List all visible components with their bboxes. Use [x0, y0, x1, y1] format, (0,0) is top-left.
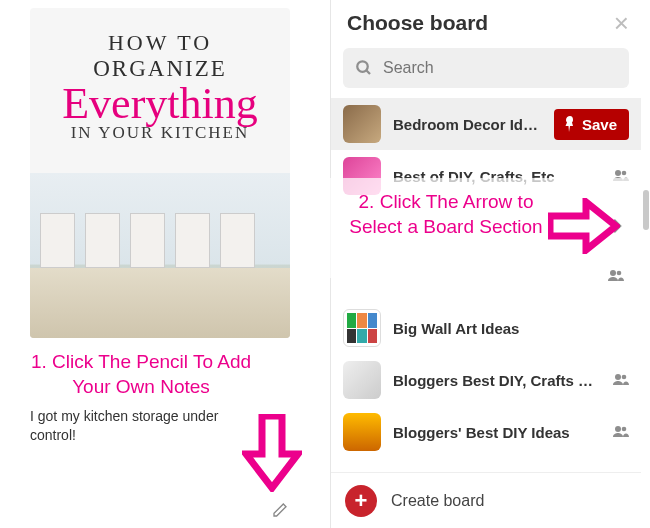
edit-note-button[interactable] [268, 498, 292, 522]
plus-icon: + [345, 485, 377, 517]
board-item[interactable]: Bloggers Best DIY, Crafts … [331, 354, 641, 406]
board-thumb [343, 105, 381, 143]
pin-icon [564, 116, 576, 132]
save-label: Save [582, 116, 617, 133]
group-icon [613, 168, 629, 184]
board-thumb [343, 309, 381, 347]
board-name: Best of DIY, Crafts, Etc [393, 168, 609, 185]
svg-point-4 [615, 374, 621, 380]
search-box[interactable] [343, 48, 629, 88]
scrollbar-thumb[interactable] [643, 190, 649, 230]
board-name: Bedroom Decor Id… [393, 116, 548, 133]
board-list[interactable]: Bedroom Decor Id… Save Best of DIY, Craf… [331, 98, 641, 472]
svg-point-0 [357, 61, 368, 72]
pin-graphic-text: HOW TO ORGANIZE Everything IN YOUR KITCH… [30, 8, 290, 143]
board-section-chevron[interactable] [612, 218, 622, 239]
svg-point-2 [615, 170, 621, 176]
group-icon [608, 268, 624, 284]
pin-photo [30, 173, 290, 338]
annotation-arrow-down [242, 414, 302, 492]
board-name: Bloggers Best DIY, Crafts … [393, 372, 609, 389]
svg-point-8 [610, 270, 616, 276]
panel-header: Choose board × [331, 0, 641, 44]
svg-point-3 [622, 171, 627, 176]
pin-image: HOW TO ORGANIZE Everything IN YOUR KITCH… [30, 8, 290, 338]
annotation-step-1: 1. Click The Pencil To Add Your Own Note… [30, 350, 300, 399]
pencil-icon [272, 502, 288, 518]
search-wrap [331, 44, 641, 98]
svg-line-1 [366, 70, 370, 74]
create-board-label: Create board [391, 492, 484, 510]
svg-point-7 [622, 427, 627, 432]
close-icon: × [614, 8, 629, 38]
choose-board-panel: Choose board × Bedroom Decor Id… Save [330, 0, 641, 528]
board-item[interactable]: Best of DIY, Crafts, Etc [331, 150, 641, 202]
board-thumb [343, 413, 381, 451]
group-icon [613, 424, 629, 440]
close-button[interactable]: × [614, 10, 629, 36]
create-board-button[interactable]: + Create board [331, 472, 641, 528]
panel-title: Choose board [347, 11, 614, 35]
board-item[interactable]: Bedroom Decor Id… Save [331, 98, 641, 150]
save-button[interactable]: Save [554, 109, 629, 140]
pin-line1: HOW TO [30, 30, 290, 56]
search-icon [355, 59, 373, 77]
chevron-right-icon [612, 218, 622, 234]
board-item[interactable]: Bloggers' Best DIY Ideas [331, 406, 641, 458]
svg-point-5 [622, 375, 627, 380]
pin-preview-pane: HOW TO ORGANIZE Everything IN YOUR KITCH… [0, 0, 320, 528]
board-thumb [343, 361, 381, 399]
board-name: Bloggers' Best DIY Ideas [393, 424, 609, 441]
board-name: Big Wall Art Ideas [393, 320, 629, 337]
pin-line3: Everything [30, 78, 290, 129]
board-item[interactable] [331, 202, 641, 302]
svg-point-6 [615, 426, 621, 432]
board-item[interactable]: Big Wall Art Ideas [331, 302, 641, 354]
search-input[interactable] [383, 59, 617, 77]
board-thumb [343, 157, 381, 195]
group-icon [613, 372, 629, 388]
svg-point-9 [617, 271, 622, 276]
